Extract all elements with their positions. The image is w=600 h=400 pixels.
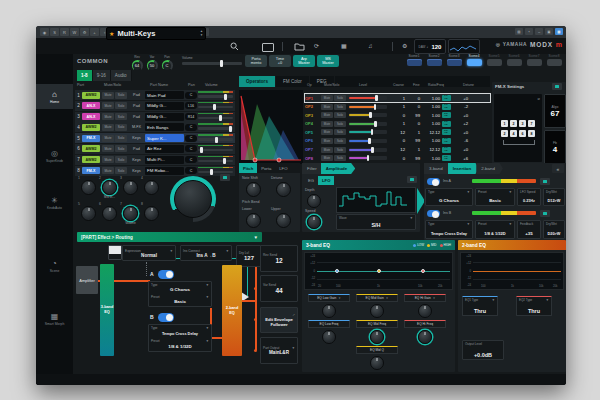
scene-button[interactable]: Scene6 <box>504 54 524 66</box>
assign-knob[interactable]: 4 <box>141 176 162 202</box>
part-volume-slider[interactable] <box>198 102 233 110</box>
slider-handle[interactable] <box>213 104 216 110</box>
solo-button[interactable]: Solo <box>115 156 127 163</box>
output-level-field[interactable]: Output Level +0.0dB <box>462 340 504 360</box>
op-mute-button[interactable]: Mute <box>321 147 333 153</box>
op-coarse[interactable]: 12 <box>389 130 405 135</box>
slider-handle[interactable] <box>367 155 370 161</box>
mute-button[interactable]: Mute <box>102 145 114 152</box>
knob-dial[interactable] <box>144 180 159 195</box>
op-coarse[interactable]: 12 <box>389 147 405 152</box>
operator-row[interactable]: OP8 Mute Solo 0 99 1.00 0.0Hz +6 <box>305 154 490 162</box>
operator-row[interactable]: OP5 Mute Solo 12 1 12.12 0.0Hz +0 <box>305 128 490 136</box>
knob-dial[interactable] <box>81 180 96 195</box>
part-row[interactable]: 2 AN-X Mute Solo Pad Mildly G... L16 <box>75 101 235 111</box>
eq-freq-knob[interactable] <box>322 330 336 344</box>
op-fine[interactable]: 99 <box>405 138 420 143</box>
mute-button[interactable]: Mute <box>102 167 114 174</box>
slider-handle[interactable] <box>210 169 213 175</box>
sidebar-item[interactable]: ✳ KnobAuto <box>36 190 73 215</box>
op-level-slider[interactable] <box>349 156 387 160</box>
op-coarse[interactable]: 0 <box>389 156 405 161</box>
op-detune[interactable]: -6 <box>452 138 468 143</box>
part-output-select[interactable]: Part Output▼ MainL&R <box>260 337 298 364</box>
toolbar-icon[interactable]: + <box>90 28 99 36</box>
slider-handle[interactable] <box>374 104 377 110</box>
eq3-block[interactable]: 3-bandEQ <box>100 264 114 356</box>
part-row[interactable]: 6 AWM2 Mute Solo Pad Air Rez C <box>75 144 235 154</box>
eq-freq-knob[interactable] <box>418 330 432 344</box>
window-icon[interactable]: ▤ <box>515 28 523 35</box>
ins-b-drywet-field[interactable]: Dry/Wet D20>W <box>543 220 565 239</box>
folder-icon[interactable] <box>294 42 305 51</box>
amp-sub-tab[interactable]: LFO <box>318 176 334 185</box>
solo-button[interactable]: Solo <box>115 135 127 142</box>
window-icon[interactable]: ▦ <box>555 28 563 35</box>
part-row[interactable]: 7 AWM2 Mute Solo Keys Multi Pi... C <box>75 155 235 165</box>
knob-dial[interactable] <box>123 180 138 195</box>
knob-dial[interactable] <box>102 206 117 221</box>
op-fine[interactable]: 0 <box>405 121 420 126</box>
assign-knob[interactable]: 2 MS In... <box>99 176 120 202</box>
ins-connect-select[interactable]: Ins Connect▼ Ins A→B <box>180 245 232 261</box>
scene-button[interactable]: Scene8 <box>544 54 564 66</box>
common-button[interactable]: MS Master <box>317 55 339 67</box>
eq-freq-knob-cell[interactable]: EQ Mid Freq <box>353 320 401 344</box>
slider-handle[interactable] <box>229 126 232 132</box>
ins-a-toggle[interactable] <box>158 270 174 279</box>
random-icon[interactable]: ⌀ <box>538 96 540 101</box>
part-tab[interactable]: 9-16 <box>93 70 111 81</box>
ins-a-enable-toggle[interactable] <box>427 178 440 185</box>
solo-button[interactable]: Solo <box>115 145 127 152</box>
ins-b-type-select[interactable]: Type▼ Tempo Cross Delay <box>425 220 473 239</box>
op-solo-button[interactable]: Solo <box>334 129 346 135</box>
op-solo-button[interactable]: Solo <box>334 155 346 161</box>
operator-row[interactable]: OP7 Mute Solo 12 1 12.12 0.0Hz +0 <box>305 146 490 154</box>
part-row[interactable]: 3 AN-X Mute Solo Pad Mildly G... R14 <box>75 112 235 122</box>
part-name-field[interactable]: Super K... <box>145 134 184 142</box>
solo-button[interactable]: Solo <box>115 124 127 131</box>
assign-knob[interactable]: 5 <box>78 202 99 228</box>
part-name-field[interactable]: Multi Pi... <box>145 156 184 164</box>
mute-button[interactable]: Mute <box>102 156 114 163</box>
amplitude-tab[interactable]: Amplitude <box>321 163 355 174</box>
slider-handle[interactable] <box>219 115 222 121</box>
toolbar-icon[interactable]: ⚙ <box>80 28 89 36</box>
operator-row[interactable]: OP4 Mute Solo 1 0 1.00 0.0Hz +2 <box>305 120 490 128</box>
tempo-display[interactable]: DAW ♩ 120 <box>414 39 446 54</box>
op-solo-button[interactable]: Solo <box>334 112 346 118</box>
op-ratio[interactable]: 12.12 <box>420 147 440 152</box>
effect-tab[interactable]: Insertion <box>448 163 480 174</box>
mute-button[interactable]: Mute <box>102 92 114 99</box>
pitch-bend-upper-knob[interactable] <box>276 213 291 228</box>
pan-value[interactable]: C <box>185 167 197 174</box>
waveform-monitor[interactable] <box>448 39 480 54</box>
solo-button[interactable]: Solo <box>115 167 127 174</box>
pan-value[interactable]: L16 <box>185 102 197 109</box>
scene-pad[interactable] <box>407 59 422 66</box>
dry-level-field[interactable]: Dry Lvl 127 <box>236 245 262 267</box>
window-icon[interactable]: ▪ <box>525 28 533 35</box>
part-name-field[interactable]: Main Pad <box>145 91 184 99</box>
ins-a-edit-button[interactable] <box>540 178 550 185</box>
op-solo-button[interactable]: Solo <box>334 147 346 153</box>
op-detune[interactable]: +0 <box>452 147 468 152</box>
eq-gain-knob[interactable] <box>418 304 432 318</box>
amp-sub-tab[interactable]: EG <box>304 176 318 185</box>
eq-gain-knob-cell[interactable]: EQ Hi Gain▼ <box>401 294 449 318</box>
eq-freq-knob-cell[interactable]: EQ Hi Freq <box>401 320 449 344</box>
eq3-mid-dot[interactable] <box>377 269 381 273</box>
scene-button[interactable]: Scene4 <box>464 54 484 66</box>
eq2-type-select[interactable]: EQ2 Type▼ Thru <box>516 296 552 316</box>
fm-tab[interactable]: FM Color <box>276 76 310 87</box>
part-tab[interactable]: Audio <box>111 70 132 81</box>
pitch-bend-lower-knob[interactable] <box>246 213 261 228</box>
common-button[interactable]: Arp Master <box>293 55 315 67</box>
knob-dial[interactable] <box>102 180 117 195</box>
op-level-slider[interactable] <box>349 96 387 100</box>
ins-b-enable-toggle[interactable] <box>427 210 440 217</box>
part-name-field[interactable]: Mildly G... <box>145 113 184 121</box>
common-button[interactable]: Time +0 <box>269 55 291 67</box>
ins-a-param3-field[interactable]: LFO Speed 0.21Hz <box>517 188 541 206</box>
slider-handle[interactable] <box>220 60 223 67</box>
